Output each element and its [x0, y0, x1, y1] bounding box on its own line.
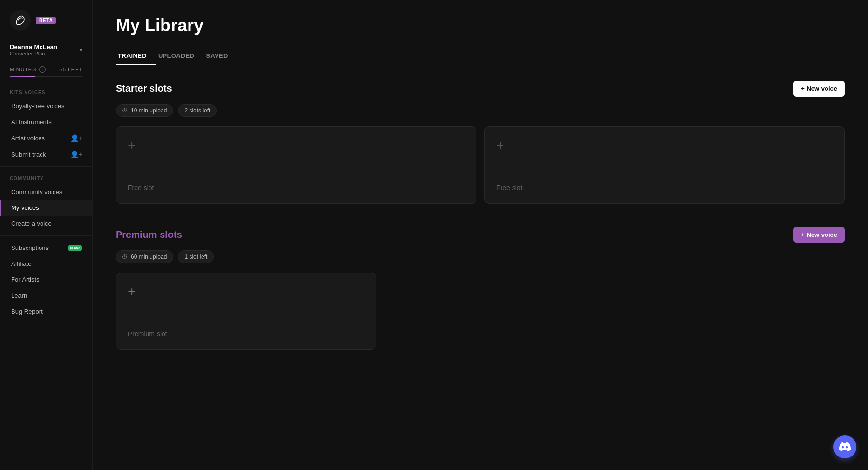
starter-slots-grid: + Free slot + Free slot — [116, 126, 845, 204]
premium-slot-1-plus-icon: + — [128, 285, 136, 298]
starter-upload-text: 10 min upload — [131, 107, 167, 114]
tab-trained[interactable]: TRAINED — [116, 47, 156, 65]
starter-slot-1[interactable]: + Free slot — [116, 126, 476, 204]
for-artists-label: For Artists — [11, 276, 40, 283]
minutes-progress-fill — [10, 76, 35, 77]
main-content: My Library TRAINED UPLOADED SAVED Starte… — [93, 0, 868, 470]
sidebar-item-royalty-free-voices[interactable]: Royalty-free voices — [0, 98, 92, 114]
sidebar-item-artist-voices[interactable]: Artist voices 👤+ — [0, 130, 92, 146]
sidebar: BETA Deanna McLean Converter Plan ▾ MINU… — [0, 0, 93, 470]
premium-upload-text: 60 min upload — [131, 253, 167, 260]
add-person-icon: 👤+ — [70, 134, 82, 142]
sidebar-item-subscriptions[interactable]: Subscriptions New — [0, 240, 92, 256]
user-profile[interactable]: Deanna McLean Converter Plan ▾ — [0, 39, 92, 63]
my-voices-label: My voices — [11, 204, 39, 211]
premium-slots-grid: + Premium slot — [116, 273, 376, 350]
starter-slots-left-badge: 2 slots left — [178, 104, 217, 117]
minutes-label-row: MINUTES i 55 left — [10, 66, 82, 73]
subscriptions-label: Subscriptions — [11, 244, 49, 251]
user-plan: Converter Plan — [10, 51, 57, 56]
starter-slot-2[interactable]: + Free slot — [484, 126, 845, 204]
community-section-label: COMMUNITY — [0, 171, 92, 184]
sidebar-logo: BETA — [0, 0, 92, 39]
divider-2 — [0, 235, 92, 236]
premium-slot-1[interactable]: + Premium slot — [116, 273, 376, 350]
svg-point-0 — [10, 10, 31, 31]
minutes-value: 55 left — [59, 67, 82, 72]
username: Deanna McLean — [10, 43, 57, 51]
sidebar-item-bug-report[interactable]: Bug Report — [0, 304, 92, 319]
premium-new-voice-button[interactable]: + New voice — [793, 227, 845, 243]
new-badge: New — [68, 245, 82, 251]
sidebar-item-community-voices[interactable]: Community voices — [0, 184, 92, 200]
community-voices-label: Community voices — [11, 188, 62, 195]
chevron-down-icon: ▾ — [80, 47, 82, 54]
royalty-free-voices-label: Royalty-free voices — [11, 102, 65, 110]
tab-saved[interactable]: SAVED — [204, 47, 237, 65]
sidebar-item-for-artists[interactable]: For Artists — [0, 272, 92, 288]
minutes-progress-bar — [10, 76, 82, 77]
clock-icon-premium: ⏱ — [122, 253, 128, 260]
starter-slot-2-label: Free slot — [496, 184, 522, 192]
sidebar-item-my-voices[interactable]: My voices — [0, 200, 92, 216]
discord-icon — [839, 441, 851, 453]
artist-voices-label: Artist voices — [11, 135, 45, 142]
premium-slot-1-label: Premium slot — [128, 330, 167, 338]
starter-new-voice-button[interactable]: + New voice — [793, 81, 845, 97]
discord-button[interactable] — [833, 435, 856, 458]
premium-slots-section: Premium slots + New voice ⏱ 60 min uploa… — [116, 227, 845, 350]
starter-slot-1-label: Free slot — [128, 184, 154, 192]
tab-bar: TRAINED UPLOADED SAVED — [116, 47, 845, 65]
sidebar-item-create-a-voice[interactable]: Create a voice — [0, 216, 92, 232]
starter-badges: ⏱ 10 min upload 2 slots left — [116, 104, 845, 117]
bug-report-label: Bug Report — [11, 308, 43, 315]
user-info: Deanna McLean Converter Plan — [10, 43, 57, 56]
starter-upload-badge: ⏱ 10 min upload — [116, 104, 173, 117]
premium-slots-title: Premium slots — [116, 229, 182, 240]
page-title: My Library — [116, 15, 845, 36]
premium-slots-left-badge: 1 slot left — [178, 250, 214, 263]
affiliate-label: Affiliate — [11, 260, 31, 267]
submit-person-icon: 👤+ — [70, 151, 82, 158]
starter-slot-1-plus-icon: + — [128, 138, 136, 152]
minutes-text: MINUTES — [10, 67, 36, 72]
premium-slots-left-text: 1 slot left — [184, 253, 207, 260]
starter-slots-left-text: 2 slots left — [184, 107, 210, 114]
sidebar-item-ai-instruments[interactable]: AI Instruments — [0, 114, 92, 130]
premium-badges: ⏱ 60 min upload 1 slot left — [116, 250, 845, 263]
tab-uploaded[interactable]: UPLOADED — [156, 47, 204, 65]
sidebar-item-submit-track[interactable]: Submit track 👤+ — [0, 146, 92, 163]
kits-voices-section-label: KITS VOICES — [0, 85, 92, 98]
info-icon: i — [39, 66, 46, 73]
starter-slots-title: Starter slots — [116, 83, 172, 94]
minutes-section: MINUTES i 55 left — [0, 63, 92, 85]
create-a-voice-label: Create a voice — [11, 220, 52, 227]
starter-slot-2-plus-icon: + — [496, 138, 504, 152]
submit-track-label: Submit track — [11, 151, 46, 158]
sidebar-item-affiliate[interactable]: Affiliate — [0, 256, 92, 272]
beta-badge: BETA — [36, 17, 56, 24]
ai-instruments-label: AI Instruments — [11, 118, 52, 125]
divider-1 — [0, 166, 92, 167]
clock-icon-starter: ⏱ — [122, 107, 128, 114]
premium-slots-header: Premium slots + New voice — [116, 227, 845, 243]
starter-slots-section: Starter slots + New voice ⏱ 10 min uploa… — [116, 81, 845, 204]
sidebar-item-learn[interactable]: Learn — [0, 288, 92, 304]
app-logo-icon — [10, 10, 31, 31]
premium-upload-badge: ⏱ 60 min upload — [116, 250, 173, 263]
starter-slots-header: Starter slots + New voice — [116, 81, 845, 97]
learn-label: Learn — [11, 292, 27, 299]
